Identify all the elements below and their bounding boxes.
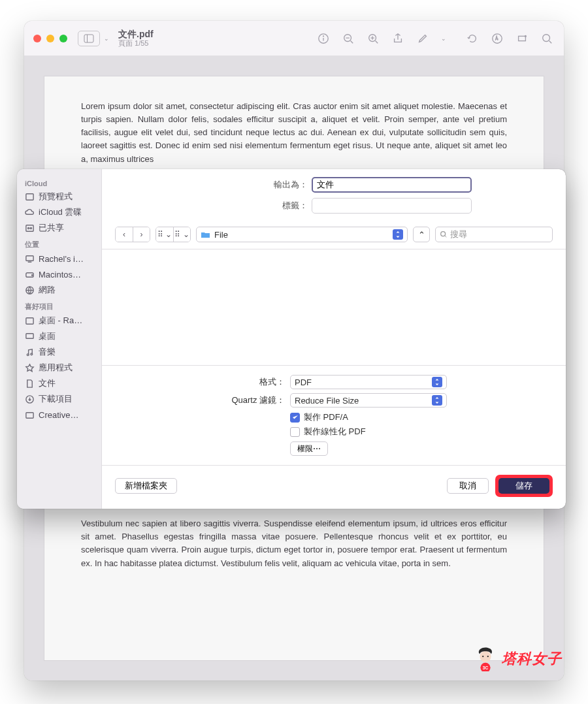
svg-line-33	[445, 236, 447, 238]
svg-rect-21	[26, 255, 33, 261]
chevron-down-icon: ⌄	[104, 35, 109, 42]
document-title-group: 文件.pdf 頁面 1/55	[118, 29, 154, 48]
new-folder-button[interactable]: 新增檔案夾	[115, 478, 177, 494]
quartz-filter-select[interactable]: Reduce File Size	[290, 393, 447, 408]
permissions-button[interactable]: 權限⋯	[290, 441, 328, 456]
crop-icon[interactable]	[514, 31, 530, 46]
sidebar-section-header: 位置	[21, 236, 97, 251]
svg-point-35	[482, 656, 483, 657]
export-as-label: 輸出為：	[197, 179, 308, 191]
cancel-button[interactable]: 取消	[447, 478, 489, 494]
sidebar-item-shared[interactable]: 已共享	[21, 220, 97, 236]
svg-rect-13	[519, 36, 526, 40]
svg-rect-26	[26, 317, 33, 323]
make-linearized-pdf-checkbox[interactable]: 製作線性化 PDF	[290, 426, 553, 438]
make-pdfa-checkbox[interactable]: 製作 PDF/A	[290, 411, 553, 423]
dialog-sidebar: iCloud 預覽程式 iCloud 雲碟 已共享 位置 Rachel's i……	[17, 169, 102, 509]
document-subtitle: 頁面 1/55	[118, 39, 154, 48]
nav-forward-button[interactable]: ›	[133, 227, 150, 242]
save-button[interactable]: 儲存	[498, 478, 549, 494]
markup-icon[interactable]	[489, 31, 505, 46]
svg-text:3C: 3C	[483, 665, 489, 670]
svg-point-29	[31, 353, 33, 355]
svg-line-16	[549, 40, 552, 43]
traffic-lights	[33, 35, 67, 42]
toolbar-right: ⌄	[316, 31, 555, 46]
file-browser-area[interactable]	[102, 249, 566, 365]
sidebar-section-header: 喜好項目	[21, 298, 97, 313]
info-icon[interactable]	[316, 31, 331, 46]
svg-rect-0	[84, 35, 93, 42]
sidebar-item-icloud-drive[interactable]: iCloud 雲碟	[21, 204, 97, 220]
svg-point-32	[441, 232, 446, 236]
sidebar-section-header: iCloud	[21, 176, 97, 189]
zoom-in-icon[interactable]	[365, 31, 381, 46]
document-title: 文件.pdf	[118, 29, 154, 39]
view-mode-segment[interactable]: ⠿ ⌄ ⠿ ⌄	[155, 227, 191, 242]
svg-point-34	[480, 651, 491, 662]
location-popup-button[interactable]: File	[196, 227, 408, 242]
svg-point-36	[487, 656, 489, 657]
svg-line-6	[351, 40, 353, 43]
svg-point-24	[32, 274, 33, 275]
search-field[interactable]: 搜尋	[435, 227, 553, 242]
close-window-button[interactable]	[33, 35, 41, 42]
sidebar-item-music[interactable]: 音樂	[21, 344, 97, 360]
save-button-highlight: 儲存	[495, 475, 553, 497]
nav-back-button[interactable]: ‹	[116, 227, 133, 242]
titlebar: ⌄ 文件.pdf 頁面 1/55 ⌄	[24, 21, 564, 56]
chevron-down-icon: ⌄	[441, 35, 446, 42]
watermark: 3C 塔科女子	[473, 647, 562, 671]
filename-input[interactable]	[312, 177, 472, 193]
share-icon[interactable]	[390, 31, 406, 46]
sidebar-item-documents[interactable]: 文件	[21, 376, 97, 391]
highlight-icon[interactable]	[415, 31, 431, 46]
dialog-main: 輸出為： 標籤： ‹ › ⠿ ⌄ ⠿ ⌄ File ⌃	[102, 169, 566, 509]
sidebar-item-applications[interactable]: 應用程式	[21, 360, 97, 376]
sidebar-item-preview[interactable]: 預覽程式	[21, 189, 97, 204]
format-label: 格式：	[115, 376, 285, 388]
svg-point-4	[323, 35, 324, 36]
collapse-browser-button[interactable]: ⌃	[413, 227, 430, 242]
chevron-updown-icon	[393, 229, 403, 240]
zoom-window-button[interactable]	[59, 35, 67, 42]
zoom-out-icon[interactable]	[340, 31, 356, 46]
sidebar-toggle-button[interactable]	[78, 31, 100, 46]
location-label: File	[214, 230, 228, 240]
nav-back-forward[interactable]: ‹ ›	[115, 227, 150, 242]
save-dialog-sheet: iCloud 預覽程式 iCloud 雲碟 已共享 位置 Rachel's i……	[17, 169, 566, 509]
checkbox-checked-icon	[290, 413, 300, 423]
svg-point-19	[28, 227, 29, 229]
svg-point-20	[30, 227, 31, 229]
checkbox-unchecked-icon	[290, 427, 300, 437]
search-icon[interactable]	[539, 31, 555, 46]
sidebar-item-creative[interactable]: Creative…	[21, 407, 97, 423]
svg-rect-17	[26, 193, 33, 199]
svg-point-15	[543, 34, 550, 41]
sidebar-item-network[interactable]: 網路	[21, 282, 97, 298]
svg-rect-18	[26, 225, 33, 231]
minimize-window-button[interactable]	[46, 35, 54, 42]
watermark-text: 塔科女子	[502, 649, 562, 669]
sidebar-item-desktop-icloud[interactable]: 桌面 - Ra…	[21, 313, 97, 328]
rotate-icon[interactable]	[465, 31, 480, 46]
svg-point-28	[27, 353, 29, 355]
sidebar-item-disk[interactable]: Macintos…	[21, 266, 97, 282]
quartz-filter-label: Quartz 濾鏡：	[115, 394, 285, 406]
group-by-button[interactable]: ⠿ ⌄	[173, 227, 190, 242]
icon-view-button[interactable]: ⠿ ⌄	[156, 227, 173, 242]
svg-rect-27	[26, 333, 33, 338]
svg-rect-31	[26, 412, 33, 417]
sidebar-item-computer[interactable]: Rachel's i…	[21, 251, 97, 266]
format-select[interactable]: PDF	[290, 375, 447, 389]
tags-label: 標籤：	[197, 200, 308, 212]
svg-line-9	[376, 40, 378, 43]
sidebar-item-downloads[interactable]: 下載項目	[21, 391, 97, 407]
search-placeholder: 搜尋	[450, 229, 467, 240]
sidebar-item-desktop[interactable]: 桌面	[21, 328, 97, 344]
tags-input[interactable]	[312, 198, 472, 214]
